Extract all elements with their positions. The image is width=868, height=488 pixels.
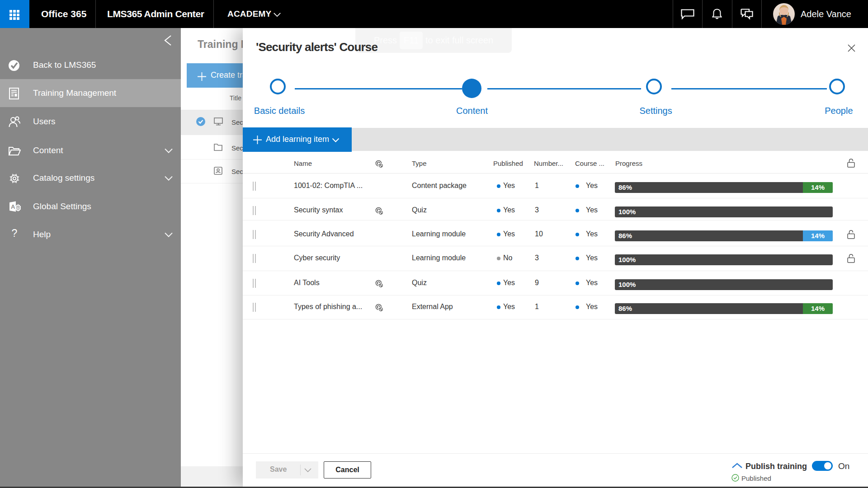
svg-text:A: A bbox=[11, 203, 15, 210]
